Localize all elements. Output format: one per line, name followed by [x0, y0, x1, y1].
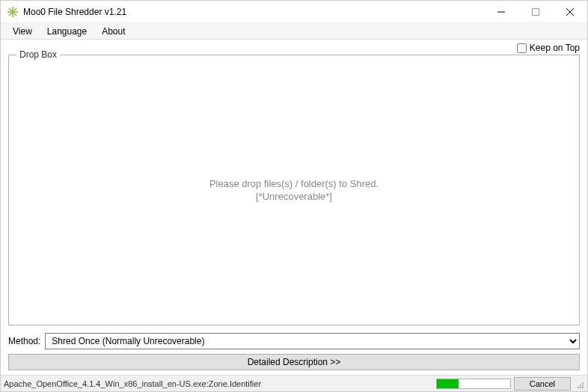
svg-point-12	[580, 387, 581, 388]
method-label: Method:	[8, 336, 40, 346]
menu-language[interactable]: Language	[40, 25, 94, 38]
drop-hint-line2: [*Unrecoverable*]	[256, 191, 332, 202]
window-title: Moo0 File Shredder v1.21	[23, 7, 126, 17]
menu-view[interactable]: View	[5, 25, 40, 38]
method-select[interactable]: Shred Once (Normally Unrecoverable)	[45, 333, 580, 349]
resize-grip-icon[interactable]	[574, 379, 584, 389]
drop-hint-line1: Please drop files(s) / folder(s) to Shre…	[209, 178, 379, 189]
drop-box-inner: Please drop files(s) / folder(s) to Shre…	[9, 55, 579, 325]
maximize-button[interactable]	[518, 1, 553, 23]
options-row: Keep on Top	[1, 40, 587, 55]
svg-point-8	[582, 382, 584, 384]
titlebar: Moo0 File Shredder v1.21	[1, 1, 587, 23]
svg-point-10	[582, 385, 584, 386]
svg-rect-5	[533, 8, 539, 15]
window-controls	[484, 1, 587, 23]
svg-point-13	[582, 387, 584, 388]
menu-about[interactable]: About	[94, 25, 132, 38]
keep-on-top-wrap[interactable]: Keep on Top	[517, 43, 580, 53]
app-icon	[7, 6, 19, 18]
keep-on-top-checkbox[interactable]	[517, 43, 527, 53]
status-text: Apache_OpenOffice_4.1.4_Win_x86_install_…	[4, 379, 433, 388]
progress-fill	[437, 379, 459, 388]
menubar: View Language About	[1, 23, 587, 40]
progress-bar	[436, 379, 511, 389]
svg-point-11	[578, 387, 579, 388]
drop-box-legend: Drop Box	[16, 49, 60, 60]
cancel-button[interactable]: Cancel	[514, 377, 571, 391]
method-row: Method: Shred Once (Normally Unrecoverab…	[8, 333, 580, 349]
keep-on-top-label[interactable]: Keep on Top	[530, 43, 580, 53]
detailed-description-button[interactable]: Detailed Description >>	[8, 354, 580, 370]
statusbar: Apache_OpenOffice_4.1.4_Win_x86_install_…	[1, 375, 587, 391]
main-content: Drop Box Please drop files(s) / folder(s…	[1, 55, 587, 375]
minimize-button[interactable]	[484, 1, 518, 23]
close-button[interactable]	[553, 1, 587, 23]
svg-point-9	[580, 385, 581, 386]
drop-box[interactable]: Drop Box Please drop files(s) / folder(s…	[8, 55, 580, 325]
